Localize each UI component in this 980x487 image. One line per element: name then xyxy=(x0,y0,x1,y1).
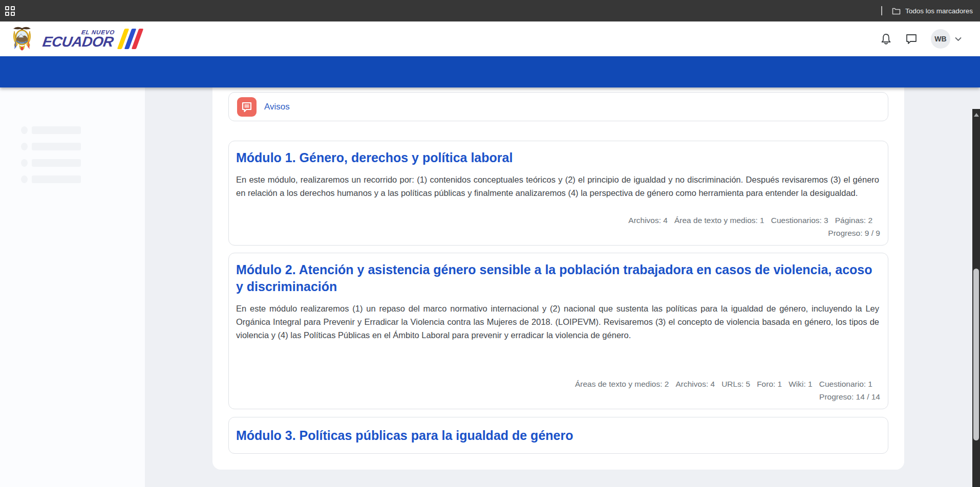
module-1-card: Módulo 1. Género, derechos y política la… xyxy=(228,141,888,246)
module-1-meta: Archivos: 4Área de texto y medios: 1Cues… xyxy=(229,214,888,245)
folder-icon xyxy=(892,7,901,15)
browser-bookmarks-bar: Todos los marcadores xyxy=(0,0,980,21)
module-2-activity-counts: Áreas de texto y medios: 2Archivos: 4URL… xyxy=(229,378,888,390)
user-menu[interactable]: WB xyxy=(931,29,962,49)
skeleton-row xyxy=(21,175,145,183)
announcements-link[interactable]: Avisos xyxy=(264,102,290,112)
stat-item: Cuestionario: 1 xyxy=(819,380,872,388)
all-bookmarks-button[interactable]: Todos los marcadores xyxy=(881,6,980,15)
apps-grid-square xyxy=(5,12,9,16)
module-1-description: En este módulo, realizaremos un recorrid… xyxy=(236,173,879,200)
scroll-up-arrow-icon[interactable] xyxy=(974,113,979,117)
avatar[interactable]: WB xyxy=(931,29,950,49)
module-3-title[interactable]: Módulo 3. Políticas públicas para la igu… xyxy=(229,417,888,444)
stat-item: Archivos: 4 xyxy=(675,380,715,388)
skeleton-bar xyxy=(32,143,81,150)
logo-main-text: ECUADOR xyxy=(41,35,114,49)
announcements-activity[interactable]: Avisos xyxy=(228,92,888,121)
page-scrollbar[interactable] xyxy=(972,109,980,487)
skeleton-row xyxy=(21,126,145,134)
chat-icon[interactable] xyxy=(905,33,918,45)
el-nuevo-ecuador-wordmark: EL NUEVO ECUADOR xyxy=(43,29,140,49)
primary-navbar xyxy=(0,56,980,87)
page-background: Avisos Módulo 1. Género, derechos y polí… xyxy=(0,87,980,487)
header-actions: WB xyxy=(880,29,980,49)
module-1-activity-counts: Archivos: 4Área de texto y medios: 1Cues… xyxy=(229,214,888,227)
skeleton-bar xyxy=(32,159,81,167)
apps-grid-icon[interactable] xyxy=(5,6,15,16)
stat-item: Páginas: 2 xyxy=(835,216,872,225)
module-2-card: Módulo 2. Atención y asistencia género s… xyxy=(228,253,888,409)
stat-item: Foro: 1 xyxy=(757,380,782,388)
skeleton-dot xyxy=(21,126,28,134)
flag-stripes-icon xyxy=(121,29,140,49)
site-logo[interactable]: EL NUEVO ECUADOR xyxy=(0,25,140,53)
ecuador-coat-of-arms-icon xyxy=(10,25,34,53)
stat-item: Archivos: 4 xyxy=(628,216,668,225)
module-3-card: Módulo 3. Políticas públicas para la igu… xyxy=(228,417,888,454)
module-2-meta: Áreas de texto y medios: 2Archivos: 4URL… xyxy=(229,378,888,409)
chevron-down-icon[interactable] xyxy=(955,34,962,43)
skeleton-row xyxy=(21,143,145,150)
scrollbar-thumb[interactable] xyxy=(973,269,979,440)
apps-grid-square xyxy=(11,6,15,10)
bookmarks-divider xyxy=(881,6,882,15)
stat-item: Cuestionarios: 3 xyxy=(771,216,828,225)
skeleton-dot xyxy=(21,143,28,150)
module-2-title[interactable]: Módulo 2. Atención y asistencia género s… xyxy=(229,253,888,295)
bell-icon[interactable] xyxy=(880,33,892,45)
announcement-icon xyxy=(237,97,257,117)
module-2-progress: Progreso: 14 / 14 xyxy=(229,390,888,403)
module-2-description: En este módulo realizaremos (1) un repas… xyxy=(236,302,879,342)
skeleton-row xyxy=(21,159,145,167)
app-header: EL NUEVO ECUADOR WB xyxy=(0,21,980,56)
stat-item: Wiki: 1 xyxy=(789,380,813,388)
module-1-progress: Progreso: 9 / 9 xyxy=(229,227,888,239)
stat-item: URLs: 5 xyxy=(721,380,750,388)
apps-grid-square xyxy=(5,6,9,10)
module-1-title[interactable]: Módulo 1. Género, derechos y política la… xyxy=(229,141,888,166)
course-index-drawer xyxy=(0,87,145,487)
skeleton-dot xyxy=(21,175,28,183)
stat-item: Áreas de texto y medios: 2 xyxy=(575,380,669,388)
bookmarks-label: Todos los marcadores xyxy=(905,7,973,15)
skeleton-bar xyxy=(32,126,81,134)
course-content-surface: Avisos Módulo 1. Género, derechos y polí… xyxy=(212,87,904,470)
skeleton-dot xyxy=(21,159,28,167)
stat-item: Área de texto y medios: 1 xyxy=(674,216,764,225)
skeleton-bar xyxy=(32,175,81,183)
apps-grid-square xyxy=(11,12,15,16)
